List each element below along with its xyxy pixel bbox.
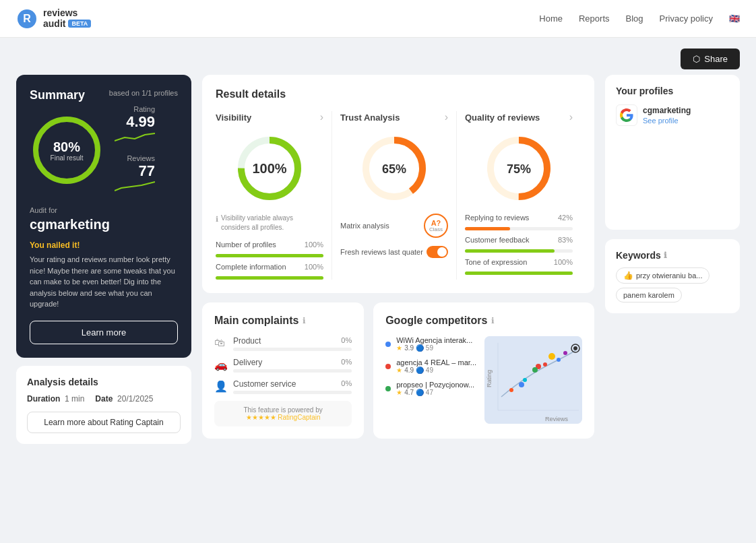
visibility-note-text: Visibility variable always considers all… bbox=[221, 214, 323, 232]
quality-metrics: Replying to reviews 42% Customer feedbac… bbox=[465, 214, 573, 275]
complaints-info-icon: ℹ bbox=[303, 316, 306, 325]
review-count-3: 🔵 47 bbox=[416, 389, 433, 396]
keywords-card: Keywords ℹ 👍 przy otwieraniu ba... panem… bbox=[605, 239, 740, 313]
final-label: Final result bbox=[51, 154, 84, 162]
complaint-customer-service: 👤 Customer service 0% bbox=[214, 379, 352, 394]
summary-title: Summary bbox=[30, 88, 85, 102]
rating-reviews: Rating 4.99 Reviews 77 bbox=[115, 105, 155, 195]
metric-pct-info: 100% bbox=[305, 263, 323, 271]
right-panel: Your profiles cgmarketing See profile bbox=[605, 75, 740, 444]
review-count-2: 🔵 49 bbox=[416, 366, 433, 374]
svg-point-28 bbox=[573, 346, 577, 350]
competitor-name-3: propseo | Pozycjonow... bbox=[396, 381, 474, 389]
competitor-dot-3 bbox=[385, 386, 391, 391]
trust-donut: 65% bbox=[340, 131, 448, 205]
competitors-card: Google competitors ℹ WiWi Agencja intera… bbox=[373, 302, 594, 439]
competitor-name-2: agencja 4 REAL – mar... bbox=[396, 358, 476, 366]
competitors-info-icon: ℹ bbox=[491, 316, 495, 325]
nav-blog[interactable]: Blog bbox=[626, 13, 643, 24]
logo-icon: R bbox=[16, 8, 38, 30]
fresh-row: Fresh reviews last quater bbox=[340, 246, 448, 258]
result-sections: Visibility › 100% ℹ Visibility variable … bbox=[216, 111, 581, 280]
duration-field: Duration 1 min bbox=[27, 394, 84, 404]
circle-text: 80% Final result bbox=[51, 139, 84, 162]
quality-label-replying: Replying to reviews bbox=[465, 214, 529, 222]
keyword-tag-1[interactable]: 👍 przy otwieraniu ba... bbox=[616, 267, 710, 284]
left-panel: Summary based on 1/1 profiles 80% Final … bbox=[16, 75, 191, 444]
navbar: R reviews audit BETA Home Reports Blog P… bbox=[0, 0, 756, 38]
visibility-metrics: Number of profiles 100% Complete informa… bbox=[216, 241, 323, 280]
nav-reports[interactable]: Reports bbox=[579, 13, 610, 24]
logo-text-block: reviews audit BETA bbox=[43, 8, 91, 29]
competitor-dot-2 bbox=[385, 364, 391, 369]
nav-home[interactable]: Home bbox=[539, 13, 563, 24]
competitor-list: WiWi Agencja interak... ★ 3.9 🔵 59 bbox=[385, 336, 476, 403]
share-button[interactable]: ⬡ Share bbox=[681, 49, 740, 69]
svg-point-22 bbox=[557, 358, 561, 362]
competitor-item-3: propseo | Pozycjonow... ★ 4.7 🔵 47 bbox=[385, 381, 476, 396]
svg-rect-13 bbox=[484, 336, 582, 424]
competitor-info-2: agencja 4 REAL – mar... ★ 4.9 🔵 49 bbox=[396, 358, 476, 374]
trust-title: Trust Analysis bbox=[340, 113, 400, 123]
competitor-stars-2: ★ 4.9 🔵 49 bbox=[396, 366, 476, 374]
reviews-value: 77 bbox=[115, 162, 155, 180]
keywords-info-icon: ℹ bbox=[664, 251, 667, 260]
visibility-section: Visibility › 100% ℹ Visibility variable … bbox=[216, 111, 332, 280]
quality-section: Quality of reviews › 75% Replying to bbox=[457, 111, 581, 280]
learn-more-button[interactable]: Learn more bbox=[30, 321, 178, 344]
complaint-product: 🛍 Product 0% bbox=[214, 336, 352, 351]
date-label: Date bbox=[95, 394, 113, 404]
visibility-title: Visibility bbox=[216, 113, 251, 123]
visibility-donut: 100% bbox=[216, 131, 323, 205]
nav-privacy[interactable]: Privacy policy bbox=[660, 13, 713, 24]
bottom-row: Main complaints ℹ 🛍 Product 0% bbox=[202, 302, 594, 439]
see-profile-link[interactable]: See profile bbox=[643, 117, 679, 125]
svg-point-20 bbox=[532, 367, 538, 373]
result-details-card: Result details Visibility › 100% bbox=[202, 75, 594, 293]
competitor-dot-1 bbox=[385, 342, 391, 347]
keyword-tag-2[interactable]: panem karolem bbox=[616, 288, 682, 302]
metric-num-profiles: Number of profiles 100% bbox=[216, 241, 323, 249]
nailed-desc: Your rating and reviews number look pret… bbox=[30, 254, 178, 310]
logo-sub: audit BETA bbox=[43, 18, 91, 29]
share-label: Share bbox=[704, 54, 728, 64]
powered-brand: ★★★★★ RatingCaptain bbox=[246, 414, 321, 421]
svg-text:Rating: Rating bbox=[486, 370, 493, 387]
reviews-label: Reviews bbox=[115, 154, 155, 162]
customer-service-icon: 👤 bbox=[214, 380, 228, 393]
trust-section: Trust Analysis › 65% Matrix analysis bbox=[332, 111, 457, 280]
profiles-title: Your profiles bbox=[616, 86, 729, 96]
competitor-rating-3: 4.7 bbox=[404, 389, 414, 396]
rating-box: Rating 4.99 bbox=[115, 105, 155, 146]
based-on: based on 1/1 profiles bbox=[109, 89, 178, 97]
keywords-title-text: Keywords bbox=[616, 250, 661, 261]
learn-captain-button[interactable]: Learn more about Rating Captain bbox=[27, 412, 181, 433]
review-count-1: 🔵 59 bbox=[416, 344, 433, 352]
quality-arrow[interactable]: › bbox=[569, 111, 573, 123]
competitors-chart: Rating Reviews bbox=[484, 336, 582, 424]
quality-pct-tone: 100% bbox=[554, 258, 573, 266]
competitor-rating-1: 3.9 bbox=[404, 344, 414, 352]
duration-value: 1 min bbox=[65, 394, 84, 404]
analysis-row: Duration 1 min Date 20/1/2025 bbox=[27, 394, 181, 404]
logo: R reviews audit BETA bbox=[16, 8, 91, 30]
trust-arrow[interactable]: › bbox=[445, 111, 448, 123]
nav-links: Home Reports Blog Privacy policy 🇬🇧 bbox=[539, 13, 740, 24]
svg-point-24 bbox=[563, 351, 567, 355]
matrix-row: Matrix analysis A? Class bbox=[340, 214, 448, 238]
competitor-name-1: WiWi Agencja interak... bbox=[396, 336, 472, 344]
profile-info: cgmarketing See profile bbox=[643, 106, 691, 125]
fresh-toggle[interactable] bbox=[427, 246, 448, 258]
reviews-trend bbox=[115, 180, 155, 193]
summary-metrics: 80% Final result Rating 4.99 Review bbox=[30, 105, 178, 195]
flag-icon: 🇬🇧 bbox=[729, 13, 740, 24]
rating-trend bbox=[115, 131, 155, 144]
quality-donut: 75% bbox=[465, 131, 573, 205]
reviews-box: Reviews 77 bbox=[115, 154, 155, 195]
star-icon-3: ★ bbox=[396, 389, 402, 396]
svg-text:75%: 75% bbox=[507, 162, 531, 176]
competitor-stars-3: ★ 4.7 🔵 47 bbox=[396, 389, 474, 396]
visibility-arrow[interactable]: › bbox=[320, 111, 323, 123]
main-content: Summary based on 1/1 profiles 80% Final … bbox=[0, 75, 756, 460]
svg-point-21 bbox=[548, 353, 555, 360]
